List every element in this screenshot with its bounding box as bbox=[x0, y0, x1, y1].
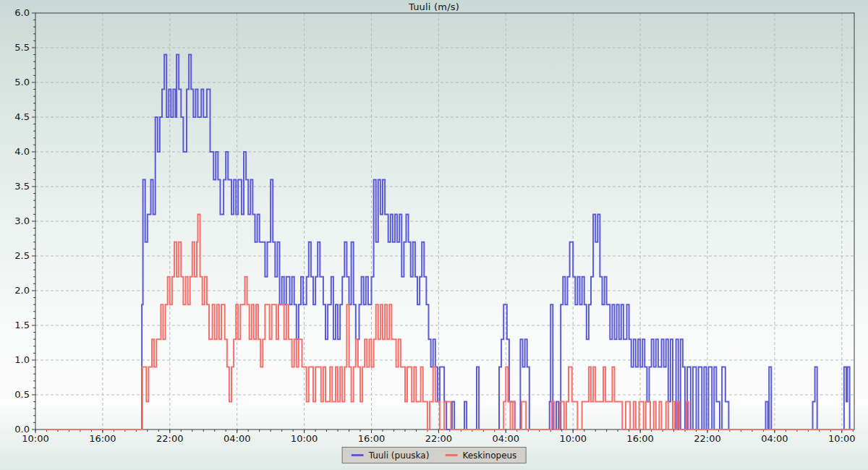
svg-text:2.0: 2.0 bbox=[14, 285, 30, 296]
legend-gust-label: Tuuli (puuska) bbox=[369, 450, 430, 461]
svg-text:3.0: 3.0 bbox=[14, 215, 30, 226]
svg-text:16:00: 16:00 bbox=[89, 433, 116, 444]
svg-text:6.0: 6.0 bbox=[14, 7, 30, 18]
svg-text:22:00: 22:00 bbox=[156, 433, 183, 444]
legend-item-average: Keskinopeus bbox=[445, 450, 516, 461]
svg-text:0.5: 0.5 bbox=[14, 389, 30, 400]
svg-text:2.5: 2.5 bbox=[14, 250, 30, 261]
svg-text:10:00: 10:00 bbox=[22, 433, 48, 444]
legend: Tuuli (puuska) Keskinopeus bbox=[342, 447, 527, 463]
svg-text:04:00: 04:00 bbox=[761, 433, 788, 444]
legend-average-label: Keskinopeus bbox=[462, 450, 516, 461]
svg-text:3.5: 3.5 bbox=[14, 181, 30, 192]
svg-text:10:00: 10:00 bbox=[559, 433, 586, 444]
gust-line-marker-icon bbox=[352, 454, 364, 456]
svg-text:22:00: 22:00 bbox=[694, 433, 720, 444]
svg-text:04:00: 04:00 bbox=[493, 433, 519, 444]
svg-text:16:00: 16:00 bbox=[358, 433, 385, 444]
svg-text:04:00: 04:00 bbox=[224, 433, 250, 444]
svg-text:10:00: 10:00 bbox=[828, 433, 855, 444]
svg-text:22:00: 22:00 bbox=[425, 433, 452, 444]
svg-text:5.5: 5.5 bbox=[14, 42, 30, 53]
svg-text:5.0: 5.0 bbox=[14, 77, 30, 87]
chart-plot-area: 0.00.51.01.52.02.53.03.54.04.55.05.56.01… bbox=[0, 0, 868, 470]
svg-text:1.5: 1.5 bbox=[14, 320, 30, 330]
svg-text:10:00: 10:00 bbox=[291, 433, 318, 444]
wind-chart-window: Tuuli (m/s) 0.00.51.01.52.02.53.03.54.04… bbox=[0, 0, 868, 470]
legend-item-gust: Tuuli (puuska) bbox=[352, 450, 430, 461]
svg-text:4.0: 4.0 bbox=[14, 146, 30, 157]
svg-text:16:00: 16:00 bbox=[626, 433, 653, 444]
svg-text:4.5: 4.5 bbox=[14, 111, 30, 122]
svg-text:1.0: 1.0 bbox=[14, 354, 30, 365]
average-line-marker-icon bbox=[445, 454, 457, 456]
